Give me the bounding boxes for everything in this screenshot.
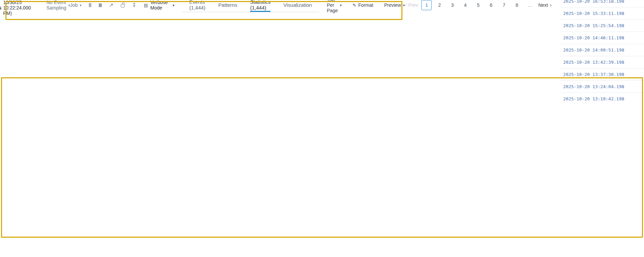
preview-dropdown[interactable]: Preview ▾ xyxy=(384,2,405,8)
page-buttons: 12345678... xyxy=(421,0,535,10)
statistics-table: _time ⇅ path ⇅ ✎ user_agent ⇅ ✎ status ⇅… xyxy=(559,0,644,101)
event-sampling-label: No Event Sampling xyxy=(46,0,66,11)
event-count: 1,444 events xyxy=(0,0,1,11)
cell-_time[interactable]: 2025-10-20 13:24:04.198 xyxy=(559,81,644,93)
page-button-7[interactable]: 7 xyxy=(499,0,509,10)
pencil-icon: ✎ xyxy=(353,3,356,8)
page-button-3[interactable]: 3 xyxy=(447,0,457,10)
table-row: 2025-10-20 13:10:42.198/.envGo-http-clie… xyxy=(559,93,644,101)
prev-page-label: Prev xyxy=(409,2,418,8)
page-button-2[interactable]: 2 xyxy=(434,0,444,10)
chevron-down-icon: ▾ xyxy=(340,3,342,7)
download-icon[interactable]: ↧ xyxy=(132,2,136,8)
page-button-8[interactable]: 8 xyxy=(512,0,522,10)
verbose-mode-icon: ▤ xyxy=(144,3,148,8)
annotation-highlight-rows xyxy=(1,77,643,238)
table-row: 2025-10-20 14:46:11.198/phpinfo.phpzgrab… xyxy=(559,32,644,44)
tab-events[interactable]: Events (1,444) xyxy=(189,0,206,12)
pagination: ‹ Prev 12345678... Next › xyxy=(405,0,552,10)
table-row: 2025-10-20 13:37:30.198/.envWget/1.21.44… xyxy=(559,68,644,81)
event-sampling-dropdown[interactable]: No Event Sampling ▾ xyxy=(46,0,70,11)
table-row: 2025-10-20 14:00:51.198/phpinfo.phpzgrab… xyxy=(559,44,644,56)
search-mode-dropdown[interactable]: ▤ Verbose Mode ▾ xyxy=(144,0,174,11)
preview-label: Preview xyxy=(384,2,401,8)
table-row: 2025-10-20 13:24:04.198/phpinfo.phpWget/… xyxy=(559,81,644,93)
table-body: 2025-10-20 23:04:08.198/.git/configcurl/… xyxy=(559,0,644,101)
page-button-4[interactable]: 4 xyxy=(460,0,470,10)
splunk-search-page: 1 sourcetype=web_traffic client_ip="" AN… xyxy=(0,0,644,10)
toolbar-left: 100 Per Page ▾ ✎ Format Preview ▾ xyxy=(327,0,405,13)
cell-_time[interactable]: 2025-10-20 13:42:39.198 xyxy=(559,56,644,68)
event-count-timestamp: (before 10/30/25 10:22:24.000 PM) xyxy=(3,0,31,16)
table-row: 2025-10-20 13:42:39.198/.git/configGo-ht… xyxy=(559,56,644,68)
chevron-down-icon: ▾ xyxy=(173,3,174,7)
chevron-left-icon: ‹ xyxy=(405,2,407,8)
cell-_time[interactable]: 2025-10-20 15:25:54.198 xyxy=(559,20,644,32)
search-mode-label: Verbose Mode xyxy=(150,0,171,11)
cell-_time[interactable]: 2025-10-20 13:37:30.198 xyxy=(559,68,644,80)
pagination-ellipsis: ... xyxy=(525,0,535,10)
tab-patterns[interactable]: Patterns xyxy=(218,0,237,12)
results-toolbar: 100 Per Page ▾ ✎ Format Preview ▾ ‹ Prev… xyxy=(319,0,559,13)
tab-visualization[interactable]: Visualization xyxy=(283,0,312,12)
pause-job-icon[interactable] xyxy=(89,3,91,7)
job-summary: ✓ 1,444 events (before 10/30/25 10:22:24… xyxy=(0,0,70,16)
stop-job-icon[interactable] xyxy=(99,3,101,7)
print-icon[interactable] xyxy=(121,4,125,7)
chevron-right-icon: › xyxy=(550,2,552,8)
per-page-dropdown[interactable]: 100 Per Page ▾ xyxy=(327,0,342,13)
job-status-bar: ✓ 1,444 events (before 10/30/25 10:22:24… xyxy=(0,0,182,12)
page-button-1[interactable]: 1 xyxy=(421,0,432,10)
page-button-6[interactable]: 6 xyxy=(486,0,496,10)
next-page-button[interactable]: Next › xyxy=(538,2,551,8)
chevron-down-icon: ▾ xyxy=(80,3,81,7)
format-label: Format xyxy=(358,2,373,8)
cell-_time[interactable]: 2025-10-20 14:00:51.198 xyxy=(559,44,644,56)
format-button[interactable]: ✎ Format xyxy=(353,2,373,8)
job-menu-label: Job xyxy=(70,2,78,8)
job-menu-dropdown[interactable]: Job ▾ xyxy=(70,2,81,8)
table-row: 2025-10-20 15:33:11.198/.git/configzgrab… xyxy=(559,7,644,20)
result-tabs: Events (1,444) Patterns Statistics (1,44… xyxy=(182,0,319,12)
job-controls: Job ▾ ↗ ↧ ▤ Verbose Mode ▾ xyxy=(70,0,174,11)
prev-page-button[interactable]: ‹ Prev xyxy=(405,2,418,8)
next-page-label: Next xyxy=(538,2,548,8)
cell-_time[interactable]: 2025-10-20 14:46:11.198 xyxy=(559,32,644,44)
per-page-label: 100 Per Page xyxy=(327,0,338,13)
share-icon[interactable]: ↗ xyxy=(109,2,114,8)
page-button-5[interactable]: 5 xyxy=(473,0,483,10)
cell-_time[interactable]: 2025-10-20 16:53:18.198 xyxy=(559,0,644,7)
tab-statistics[interactable]: Statistics (1,444) xyxy=(250,0,270,12)
cell-_time[interactable]: 2025-10-20 15:33:11.198 xyxy=(559,7,644,19)
table-row: 2025-10-20 15:25:54.198/.git/configcurl/… xyxy=(559,20,644,32)
table-row: 2025-10-20 16:53:18.198/.envGo-http-clie… xyxy=(559,0,644,7)
cell-_time[interactable]: 2025-10-20 13:10:42.198 xyxy=(559,93,644,101)
